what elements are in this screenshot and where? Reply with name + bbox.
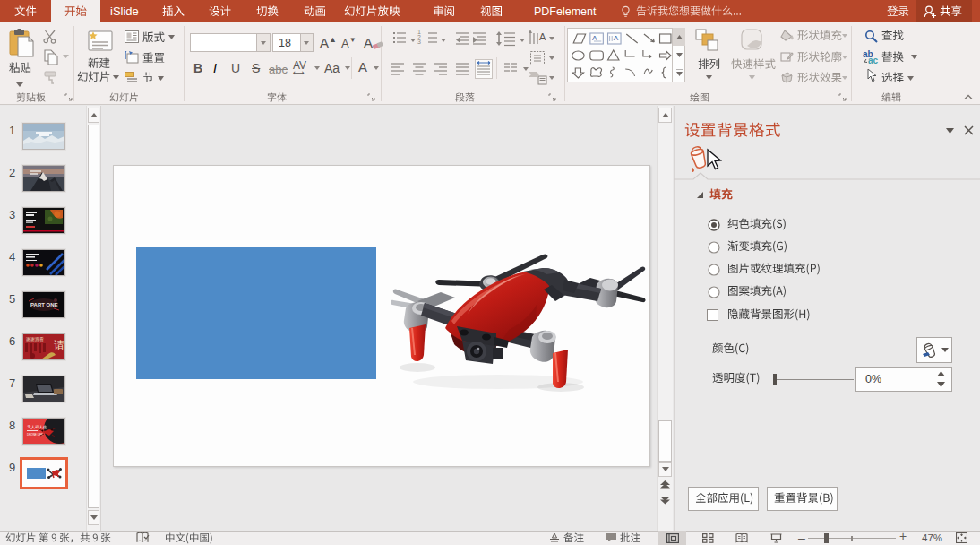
svg-text:无人机人生: 无人机人生 (27, 425, 47, 429)
svg-text:PART ONE: PART ONE (30, 302, 58, 307)
svg-text:谢谢观看: 谢谢观看 (26, 336, 44, 342)
svg-text:A: A (539, 31, 546, 42)
svg-text:ac: ac (868, 56, 879, 65)
svg-text:请: 请 (54, 339, 64, 351)
svg-text:A: A (614, 34, 619, 42)
